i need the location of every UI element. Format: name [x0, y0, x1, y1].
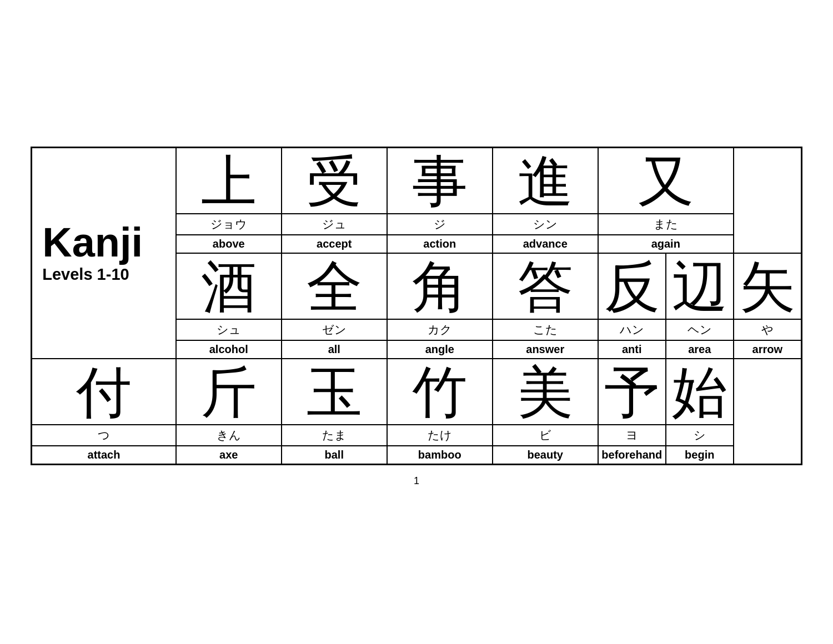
meaning: beforehand: [599, 445, 665, 464]
reading: ヨ: [599, 424, 665, 445]
kanji-cell-attach: 付 つ attach: [32, 359, 176, 465]
reading: や: [734, 319, 801, 340]
table-row: Kanji Levels 1-10 上 ジョウ above 受 ジュ accep…: [32, 147, 802, 253]
kanji-char: 矢: [734, 254, 801, 319]
reading: ビ: [493, 424, 598, 445]
kanji-cell-above: 上 ジョウ above: [176, 147, 282, 253]
reading: シ: [666, 424, 733, 445]
meaning: area: [666, 340, 733, 358]
title-kanji: Kanji: [42, 222, 165, 263]
kanji-cell-again: 又 また again: [598, 147, 734, 253]
kanji-cell-beforehand: 予 ヨ beforehand: [598, 359, 666, 465]
meaning: arrow: [734, 340, 801, 358]
meaning: attach: [32, 445, 175, 464]
kanji-char: 反: [599, 254, 665, 319]
reading: つ: [32, 424, 175, 445]
meaning: again: [599, 234, 733, 253]
kanji-cell-arrow: 矢 や arrow: [734, 253, 802, 359]
kanji-char: 又: [599, 148, 733, 213]
kanji-char: 全: [282, 254, 387, 319]
kanji-char: 酒: [177, 254, 281, 319]
meaning: ball: [282, 445, 387, 464]
reading: ハン: [599, 319, 665, 340]
kanji-char: 始: [666, 359, 733, 424]
meaning: bamboo: [388, 445, 492, 464]
kanji-cell-alcohol: 酒 シュ alcohol: [176, 253, 282, 359]
meaning: accept: [282, 234, 387, 253]
kanji-cell-ball: 玉 たま ball: [282, 359, 387, 465]
kanji-char: 受: [282, 148, 387, 213]
page-number: 1: [414, 475, 419, 487]
kanji-cell-action: 事 ジ action: [387, 147, 493, 253]
meaning: answer: [493, 340, 598, 358]
reading: また: [599, 213, 733, 234]
meaning: angle: [388, 340, 492, 358]
reading: たけ: [388, 424, 492, 445]
meaning: axe: [177, 445, 281, 464]
meaning: beauty: [493, 445, 598, 464]
kanji-cell-begin: 始 シ begin: [666, 359, 734, 465]
meaning: all: [282, 340, 387, 358]
kanji-char: 斤: [177, 359, 281, 424]
kanji-cell-advance: 進 シン advance: [493, 147, 598, 253]
kanji-cell-axe: 斤 きん axe: [176, 359, 282, 465]
kanji-cell-accept: 受 ジュ accept: [282, 147, 387, 253]
kanji-cell-bamboo: 竹 たけ bamboo: [387, 359, 493, 465]
kanji-char: 上: [177, 148, 281, 213]
kanji-cell-anti: 反 ハン anti: [598, 253, 666, 359]
reading: ジュ: [282, 213, 387, 234]
meaning: alcohol: [177, 340, 281, 358]
meaning: action: [388, 234, 492, 253]
kanji-char: 進: [493, 148, 598, 213]
reading: ゼン: [282, 319, 387, 340]
kanji-char: 角: [388, 254, 492, 319]
reading: こた: [493, 319, 598, 340]
meaning: begin: [666, 445, 733, 464]
title-levels: Levels 1-10: [42, 265, 165, 284]
kanji-cell-area: 辺 ヘン area: [666, 253, 734, 359]
kanji-cell-beauty: 美 ビ beauty: [493, 359, 598, 465]
table-row: 付 つ attach 斤 きん axe 玉 たま ball: [32, 359, 802, 465]
kanji-char: 玉: [282, 359, 387, 424]
kanji-cell-angle: 角 カク angle: [387, 253, 493, 359]
header-cell: Kanji Levels 1-10: [32, 147, 176, 359]
reading: きん: [177, 424, 281, 445]
kanji-char: 辺: [666, 254, 733, 319]
kanji-cell-all: 全 ゼン all: [282, 253, 387, 359]
reading: ヘン: [666, 319, 733, 340]
reading: シン: [493, 213, 598, 234]
meaning: above: [177, 234, 281, 253]
reading: シュ: [177, 319, 281, 340]
kanji-char: 付: [32, 359, 175, 424]
kanji-char: 事: [388, 148, 492, 213]
kanji-char: 予: [599, 359, 665, 424]
reading: ジョウ: [177, 213, 281, 234]
kanji-char: 美: [493, 359, 598, 424]
reading: カク: [388, 319, 492, 340]
page-container: Kanji Levels 1-10 上 ジョウ above 受 ジュ accep…: [0, 147, 833, 498]
meaning: advance: [493, 234, 598, 253]
kanji-char: 答: [493, 254, 598, 319]
kanji-char: 竹: [388, 359, 492, 424]
reading: たま: [282, 424, 387, 445]
kanji-cell-answer: 答 こた answer: [493, 253, 598, 359]
reading: ジ: [388, 213, 492, 234]
meaning: anti: [599, 340, 665, 358]
kanji-table: Kanji Levels 1-10 上 ジョウ above 受 ジュ accep…: [31, 147, 802, 465]
